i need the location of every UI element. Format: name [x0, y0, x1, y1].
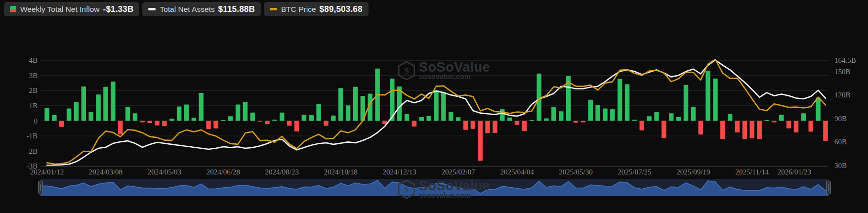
- legend-item-weekly-net-inflow[interactable]: Weekly Total Net Inflow -$1.33B: [4, 2, 139, 16]
- data-zoom-navigator[interactable]: [39, 179, 831, 196]
- inflow-bar[interactable]: [206, 121, 211, 129]
- inflow-bar[interactable]: [434, 90, 439, 121]
- inflow-bar[interactable]: [544, 119, 549, 121]
- inflow-bar[interactable]: [485, 121, 490, 133]
- inflow-bar[interactable]: [456, 117, 461, 121]
- inflow-bar[interactable]: [647, 116, 652, 121]
- inflow-bar[interactable]: [515, 121, 520, 125]
- inflow-bar[interactable]: [316, 104, 321, 121]
- inflow-bar[interactable]: [243, 102, 248, 121]
- inflow-bar[interactable]: [169, 119, 174, 121]
- inflow-bar[interactable]: [265, 121, 270, 125]
- inflow-bar[interactable]: [155, 121, 160, 126]
- inflow-bar[interactable]: [507, 118, 512, 121]
- inflow-bar[interactable]: [581, 121, 586, 123]
- inflow-bar[interactable]: [743, 121, 747, 139]
- inflow-bar[interactable]: [559, 111, 564, 121]
- inflow-bar[interactable]: [67, 108, 72, 121]
- inflow-bar[interactable]: [705, 71, 710, 121]
- inflow-bar[interactable]: [794, 121, 799, 133]
- inflow-bar[interactable]: [750, 121, 755, 138]
- inflow-bar[interactable]: [96, 94, 101, 121]
- inflow-bar[interactable]: [324, 121, 329, 126]
- inflow-bar[interactable]: [412, 121, 417, 127]
- inflow-bar[interactable]: [59, 121, 64, 127]
- inflow-bar[interactable]: [471, 121, 476, 129]
- inflow-bar[interactable]: [140, 121, 145, 123]
- inflow-bar[interactable]: [500, 109, 505, 121]
- inflow-bar[interactable]: [588, 100, 593, 121]
- inflow-bar[interactable]: [713, 79, 718, 121]
- inflow-bar[interactable]: [625, 85, 630, 121]
- inflow-bar[interactable]: [302, 115, 307, 121]
- inflow-bar[interactable]: [199, 93, 204, 121]
- inflow-bar[interactable]: [640, 121, 645, 130]
- inflow-bar[interactable]: [478, 121, 483, 161]
- inflow-bar[interactable]: [192, 118, 197, 121]
- inflow-bar[interactable]: [280, 113, 285, 121]
- inflow-bar[interactable]: [103, 87, 108, 121]
- inflow-bar[interactable]: [595, 105, 600, 121]
- inflow-bar[interactable]: [88, 112, 93, 121]
- inflow-bar[interactable]: [530, 120, 535, 121]
- inflow-bar[interactable]: [463, 121, 468, 130]
- inflow-bar[interactable]: [735, 121, 740, 133]
- inflow-bar[interactable]: [133, 113, 138, 121]
- inflow-bar[interactable]: [823, 121, 828, 141]
- inflow-bar[interactable]: [551, 107, 556, 121]
- inflow-bar[interactable]: [82, 86, 86, 121]
- inflow-bar[interactable]: [801, 113, 806, 121]
- inflow-bar[interactable]: [691, 107, 696, 121]
- inflow-bar[interactable]: [441, 92, 446, 121]
- inflow-bar[interactable]: [250, 113, 255, 121]
- inflow-bar[interactable]: [661, 121, 666, 138]
- inflow-bar[interactable]: [809, 121, 814, 132]
- inflow-bar[interactable]: [309, 115, 314, 121]
- inflow-bar[interactable]: [331, 116, 336, 121]
- inflow-bar[interactable]: [574, 121, 579, 123]
- inflow-bar[interactable]: [125, 107, 130, 121]
- inflow-bar[interactable]: [44, 108, 49, 121]
- inflow-bar[interactable]: [449, 112, 454, 121]
- inflow-bar[interactable]: [221, 120, 226, 121]
- legend-item-btc-price[interactable]: BTC Price $89,503.68: [264, 2, 369, 16]
- inflow-bar[interactable]: [610, 109, 615, 121]
- inflow-bar[interactable]: [287, 121, 292, 126]
- weekly-net-inflow-bars[interactable]: [44, 69, 828, 161]
- inflow-bar[interactable]: [236, 104, 241, 121]
- inflow-bar[interactable]: [764, 120, 769, 121]
- inflow-bar[interactable]: [757, 121, 762, 139]
- inflow-bar[interactable]: [684, 85, 689, 121]
- inflow-bar[interactable]: [676, 117, 681, 121]
- legend-item-total-net-assets[interactable]: Total Net Assets $115.88B: [142, 2, 261, 16]
- inflow-bar[interactable]: [728, 114, 733, 121]
- inflow-bar[interactable]: [338, 88, 343, 121]
- inflow-bar[interactable]: [228, 116, 233, 121]
- inflow-bar[interactable]: [147, 121, 152, 124]
- inflow-bar[interactable]: [405, 114, 410, 121]
- inflow-bar[interactable]: [632, 120, 637, 121]
- inflow-bar[interactable]: [52, 115, 57, 121]
- inflow-bar[interactable]: [272, 120, 277, 121]
- inflow-bar[interactable]: [603, 108, 608, 121]
- inflow-bar[interactable]: [669, 113, 674, 121]
- inflow-bar[interactable]: [177, 106, 182, 121]
- inflow-bar[interactable]: [654, 112, 659, 121]
- inflow-bar[interactable]: [618, 79, 622, 121]
- inflow-bar[interactable]: [162, 121, 167, 127]
- inflow-bar[interactable]: [816, 97, 821, 121]
- inflow-bar[interactable]: [74, 102, 79, 121]
- inflow-bar[interactable]: [720, 121, 725, 139]
- inflow-bar[interactable]: [118, 121, 123, 135]
- inflow-bar[interactable]: [772, 121, 777, 123]
- inflow-bar[interactable]: [257, 121, 262, 122]
- inflow-bar[interactable]: [346, 105, 351, 121]
- etf-flow-chart-svg[interactable]: 4B3B2B1B0-1B-2B-3B164.5B150B120B90B60B30…: [0, 0, 868, 213]
- inflow-bar[interactable]: [522, 121, 527, 131]
- inflow-bar[interactable]: [698, 121, 703, 135]
- inflow-bar[interactable]: [426, 116, 431, 121]
- inflow-bar[interactable]: [419, 117, 424, 121]
- inflow-bar[interactable]: [213, 121, 218, 128]
- inflow-bar[interactable]: [111, 82, 116, 121]
- inflow-bar[interactable]: [786, 121, 791, 128]
